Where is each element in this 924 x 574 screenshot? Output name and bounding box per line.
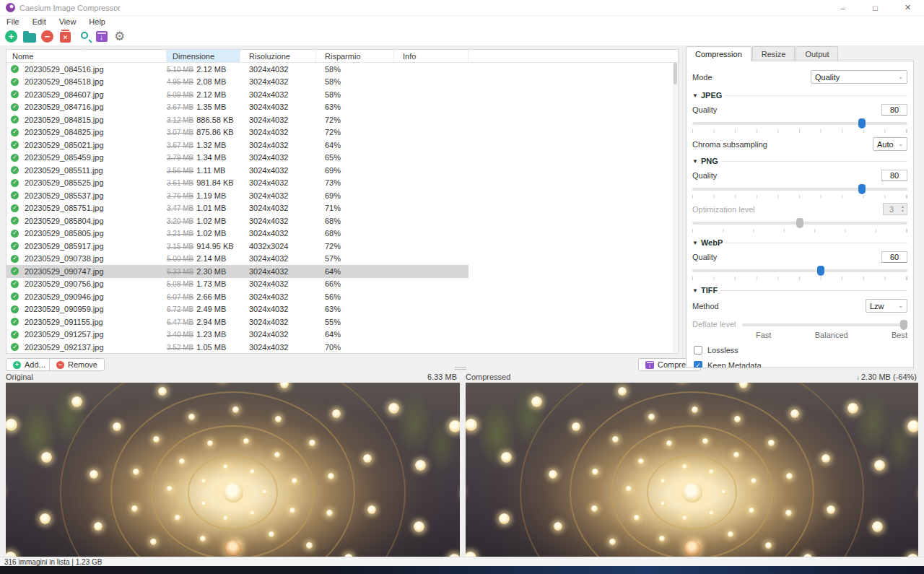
table-row[interactable]: ✓ 20230529_084716.jpg 3.67 MB1.35 MB 302… <box>6 101 468 114</box>
preview-icon[interactable] <box>77 30 90 43</box>
table-row[interactable]: ✓ 20230529_090738.jpg 5.00 MB2.14 MB 302… <box>6 253 468 266</box>
clear-list-icon[interactable]: ✕ <box>58 30 72 43</box>
table-row[interactable]: ✓ 20230529_090959.jpg 6.72 MB2.49 MB 302… <box>6 303 468 316</box>
table-row[interactable]: ✓ 20230529_084815.jpg 3.12 MB886.58 KB 3… <box>6 113 468 126</box>
compressed-check-icon: ✓ <box>11 65 19 73</box>
saving-percent: 72% <box>316 128 394 136</box>
png-section-header[interactable]: ▼ PNG <box>692 157 907 165</box>
menu-help[interactable]: Help <box>82 17 112 26</box>
settings-gear-icon[interactable]: ⚙ <box>113 30 126 43</box>
splitter-handle[interactable] <box>455 367 466 370</box>
compressed-check-icon: ✓ <box>11 116 19 123</box>
jpeg-quality-slider[interactable] <box>692 118 907 129</box>
preview-photo[interactable] <box>466 383 918 557</box>
png-optimization-spinbox[interactable]: 3 ▲▼ <box>883 203 907 215</box>
png-quality-slider[interactable] <box>692 184 907 194</box>
compressed-check-icon: ✓ <box>11 267 19 275</box>
header-risoluzione[interactable]: Risoluzione <box>240 50 316 62</box>
table-row[interactable]: ✓ 20230529_085021.jpg 3.67 MB1.32 MB 302… <box>6 139 468 152</box>
resolution: 3024x4032 <box>240 103 316 111</box>
file-name: 20230529_084825.jpg <box>25 128 104 136</box>
tiff-section-header[interactable]: ▼ TIFF <box>692 286 907 295</box>
file-name: 20230529_091155.jpg <box>25 318 103 326</box>
add-files-icon[interactable]: + <box>4 30 18 43</box>
compressed-check-icon: ✓ <box>11 255 19 263</box>
new-size: 875.86 KB <box>196 128 233 136</box>
saving-percent: 70% <box>316 343 394 352</box>
table-row[interactable]: ✓ 20230529_085459.jpg 3.79 MB1.34 MB 302… <box>6 152 468 165</box>
jpeg-section-header[interactable]: ▼ JPEG <box>692 91 907 100</box>
resolution: 3024x4032 <box>240 116 316 124</box>
list-scrollbar[interactable] <box>673 63 678 353</box>
tab-output[interactable]: Output <box>796 46 838 61</box>
compressed-check-icon: ✓ <box>11 78 19 86</box>
table-row[interactable]: ✓ 20230529_092137.jpg 3.52 MB1.05 MB 302… <box>6 341 468 354</box>
file-name: 20230529_085021.jpg <box>25 141 104 149</box>
header-dimensione[interactable]: Dimensione <box>167 50 240 62</box>
header-risparmio[interactable]: Risparmio <box>316 50 394 62</box>
preview-photo[interactable] <box>6 383 460 557</box>
lossless-checkbox[interactable]: ✓ <box>694 346 702 355</box>
table-row[interactable]: ✓ 20230529_084607.jpg 5.09 MB2.12 MB 302… <box>6 88 468 101</box>
file-name: 20230529_085511.jpg <box>25 166 103 175</box>
table-row[interactable]: ✓ 20230529_084518.jpg 4.95 MB2.08 MB 302… <box>6 76 468 89</box>
resolution: 3024x4032 <box>240 305 316 313</box>
compressed-check-icon: ✓ <box>11 154 19 162</box>
table-row[interactable]: ✓ 20230529_085805.jpg 3.21 MB1.02 MB 302… <box>6 227 468 240</box>
compress-icon[interactable]: ↓ <box>95 30 108 43</box>
saving-percent: 73% <box>316 178 394 187</box>
resolution: 3024x4032 <box>240 330 316 339</box>
add-button[interactable]: + Add... <box>6 358 53 371</box>
table-row[interactable]: ✓ 20230529_085537.jpg 3.76 MB1.19 MB 302… <box>6 189 468 202</box>
table-row[interactable]: ✓ 20230529_084516.jpg 5.10 MB2.12 MB 302… <box>6 63 468 76</box>
tiff-method-dropdown[interactable]: Lzw⌄ <box>866 299 907 313</box>
saving-percent: 65% <box>316 153 394 162</box>
table-row[interactable]: ✓ 20230529_091257.jpg 3.40 MB1.23 MB 302… <box>6 329 468 342</box>
resolution: 3024x4032 <box>240 279 316 288</box>
new-size: 2.12 MB <box>196 90 226 99</box>
tab-compression[interactable]: Compression <box>686 46 751 61</box>
add-folder-icon[interactable] <box>22 30 36 43</box>
menu-view[interactable]: View <box>53 17 83 26</box>
keep-metadata-checkbox[interactable]: ✓ <box>694 361 702 368</box>
spinner-arrows-icon[interactable]: ▲▼ <box>899 204 906 214</box>
table-row[interactable]: ✓ 20230529_085525.jpg 3.61 MB981.84 KB 3… <box>6 177 468 190</box>
chroma-dropdown[interactable]: Auto⌄ <box>873 137 907 151</box>
webp-section-header[interactable]: ▼ WebP <box>692 238 907 247</box>
new-size: 914.95 KB <box>196 242 233 251</box>
maximize-button[interactable]: □ <box>859 0 892 15</box>
file-name: 20230529_085804.jpg <box>25 217 104 225</box>
resolution: 3024x4032 <box>240 217 316 225</box>
header-info[interactable]: Info <box>394 50 468 62</box>
table-row[interactable]: ✓ 20230529_090946.jpg 6.07 MB2.66 MB 302… <box>6 290 468 303</box>
png-quality-input[interactable]: 80 <box>881 170 907 181</box>
compressed-check-icon: ✓ <box>11 191 19 199</box>
new-size: 2.49 MB <box>196 305 226 313</box>
minimize-button[interactable]: – <box>827 0 859 15</box>
table-row[interactable]: ✓ 20230529_090747.jpg 6.33 MB2.30 MB 302… <box>6 265 468 278</box>
table-row[interactable]: ✓ 20230529_085751.jpg 3.47 MB1.01 MB 302… <box>6 202 468 215</box>
tab-resize[interactable]: Resize <box>752 46 796 61</box>
original-size: 3.52 MB <box>167 344 193 352</box>
menu-edit[interactable]: Edit <box>26 17 53 26</box>
new-size: 1.02 MB <box>196 229 226 238</box>
remove-button[interactable]: − Remove <box>49 358 105 371</box>
panel-scrollbar[interactable] <box>914 61 918 368</box>
jpeg-quality-label: Quality <box>692 105 717 114</box>
table-row[interactable]: ✓ 20230529_091155.jpg 6.47 MB2.94 MB 302… <box>6 316 468 329</box>
table-row[interactable]: ✓ 20230529_084825.jpg 3.07 MB875.86 KB 3… <box>6 126 468 139</box>
menu-file[interactable]: File <box>0 17 26 26</box>
remove-file-icon[interactable]: − <box>40 30 54 43</box>
table-row[interactable]: ✓ 20230529_085917.jpg 3.15 MB914.95 KB 4… <box>6 240 468 253</box>
table-row[interactable]: ✓ 20230529_085511.jpg 3.56 MB1.11 MB 302… <box>6 164 468 177</box>
file-name: 20230529_085917.jpg <box>25 242 104 251</box>
mode-dropdown[interactable]: Quality⌄ <box>811 70 907 84</box>
table-row[interactable]: ✓ 20230529_085804.jpg 3.20 MB1.02 MB 302… <box>6 214 468 227</box>
table-row[interactable]: ✓ 20230529_090756.jpg 5.08 MB1.73 MB 302… <box>6 278 468 291</box>
original-size: 3.79 MB <box>167 154 193 162</box>
new-size: 2.12 MB <box>196 65 226 74</box>
jpeg-quality-input[interactable]: 80 <box>881 104 907 116</box>
webp-quality-input[interactable]: 60 <box>881 251 907 263</box>
close-button[interactable]: ✕ <box>892 0 924 15</box>
webp-quality-slider[interactable] <box>692 266 907 276</box>
